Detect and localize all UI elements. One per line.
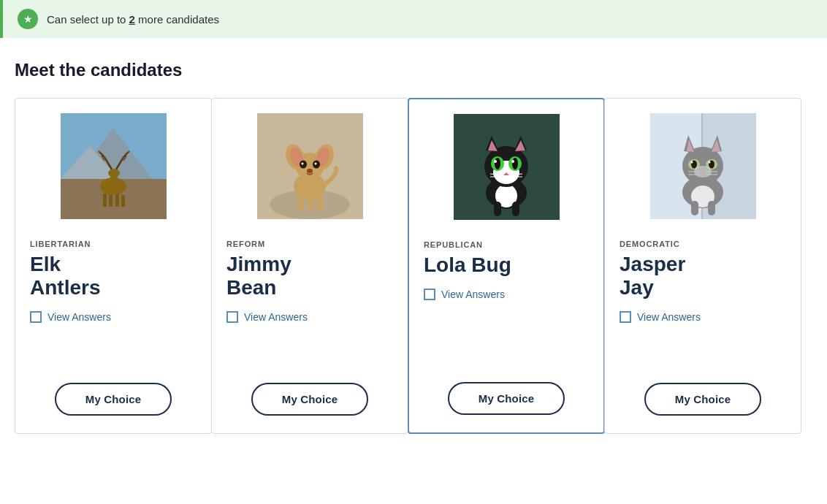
view-answers-link-jasper-jay[interactable]: View Answers [637,311,701,323]
selection-count: 2 [129,13,135,26]
svg-point-48 [495,158,500,169]
banner-text: Can select up to 2 more candidates [47,13,219,26]
candidate-photo-lola-bug [454,114,560,220]
svg-point-50 [494,160,497,163]
view-answers-lola-bug[interactable]: View Answers [424,289,505,300]
view-answers-checkbox-jasper-jay[interactable] [620,311,631,323]
svg-rect-5 [103,194,107,207]
svg-rect-82 [708,201,715,215]
candidate-photo-jasper-jay [650,113,756,219]
svg-rect-58 [512,202,519,216]
svg-point-10 [108,169,120,177]
view-answers-jimmy-bean[interactable]: View Answers [226,311,308,323]
svg-rect-34 [317,195,323,211]
svg-point-29 [301,163,303,165]
candidate-name-lola-bug: Lola Bug [424,253,511,277]
view-answers-link-lola-bug[interactable]: View Answers [441,289,505,300]
my-choice-button-jasper-jay[interactable]: My Choice [644,383,761,416]
svg-rect-6 [109,195,113,207]
svg-point-51 [511,160,514,163]
svg-point-49 [512,158,518,169]
section-title: Meet the candidates [15,60,812,80]
view-answers-link-elk-antlers[interactable]: View Answers [47,311,111,323]
candidate-card-lola-bug: REPUBLICAN Lola Bug View Answers My Choi… [408,98,605,434]
my-choice-button-elk-antlers[interactable]: My Choice [55,383,172,416]
candidate-card-jasper-jay: DEMOCRATIC JasperJay View Answers My Cho… [604,98,801,434]
svg-rect-32 [298,195,304,211]
candidate-card-elk-antlers: LIBERTARIAN ElkAntlers View Answers My C… [15,98,212,434]
candidate-name-elk-antlers: ElkAntlers [30,253,100,299]
view-answers-link-jimmy-bean[interactable]: View Answers [244,311,308,323]
svg-rect-33 [308,196,314,211]
view-answers-checkbox-jimmy-bean[interactable] [226,311,238,323]
svg-point-31 [307,169,313,173]
star-icon: ★ [18,9,38,29]
svg-point-30 [314,163,316,165]
svg-point-74 [708,161,710,164]
svg-rect-7 [115,194,119,207]
svg-rect-8 [121,195,125,207]
view-answers-checkbox-lola-bug[interactable] [424,289,435,300]
party-label-jasper-jay: DEMOCRATIC [620,240,680,248]
selection-banner: ★ Can select up to 2 more candidates [0,0,827,38]
candidates-grid: LIBERTARIAN ElkAntlers View Answers My C… [15,98,812,434]
svg-point-73 [690,161,693,164]
candidate-name-jimmy-bean: JimmyBean [226,253,291,299]
candidate-name-jasper-jay: JasperJay [620,253,685,299]
svg-rect-81 [691,201,698,215]
my-choice-button-lola-bug[interactable]: My Choice [448,382,565,415]
candidate-photo-jimmy-bean [257,113,363,219]
candidate-card-jimmy-bean: REFORM JimmyBean View Answers My Choice [211,98,408,434]
view-answers-checkbox-elk-antlers[interactable] [30,311,42,323]
svg-rect-57 [494,202,501,216]
candidate-photo-elk-antlers [61,113,167,219]
party-label-lola-bug: REPUBLICAN [424,240,483,249]
view-answers-jasper-jay[interactable]: View Answers [620,311,701,323]
party-label-elk-antlers: LIBERTARIAN [30,240,91,248]
my-choice-button-jimmy-bean[interactable]: My Choice [251,383,368,416]
main-content: Meet the candidates [0,60,827,463]
view-answers-elk-antlers[interactable]: View Answers [30,311,111,323]
party-label-jimmy-bean: REFORM [226,240,265,248]
